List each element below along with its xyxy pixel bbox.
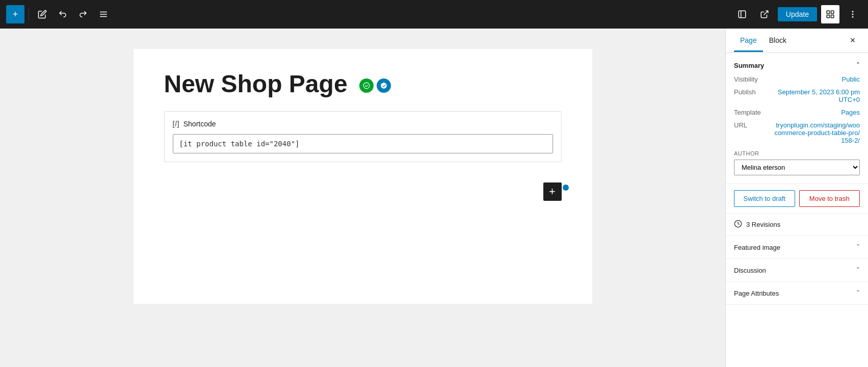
discussion-chevron-icon: ˅: [856, 266, 860, 274]
preview-view-button[interactable]: [733, 5, 751, 23]
tab-block[interactable]: Block: [763, 30, 793, 52]
shortcode-bracket: [/]: [173, 120, 179, 128]
settings-button[interactable]: [821, 5, 839, 23]
featured-image-label: Featured image: [734, 244, 780, 251]
publish-label: Publish: [734, 88, 770, 96]
add-block-below-button[interactable]: +: [543, 182, 562, 201]
summary-section-header: Summary ˄: [734, 61, 860, 69]
publish-value[interactable]: September 5, 2023 6:00 pm UTC+0: [774, 88, 860, 103]
undo-button[interactable]: [54, 5, 72, 23]
author-select[interactable]: Melina eterson: [734, 160, 860, 175]
sidebar: Page Block × Summary ˄ Visibility Public…: [725, 29, 868, 367]
grammarly-icon-1[interactable]: [359, 78, 374, 93]
more-options-button[interactable]: [844, 5, 862, 23]
shortcode-header: [/] Shortcode: [173, 120, 553, 128]
page-attributes-row[interactable]: Page Attributes ˅: [726, 282, 868, 305]
svg-rect-3: [739, 11, 746, 18]
pencil-icon: [38, 10, 47, 19]
svg-rect-8: [831, 15, 834, 18]
main-toolbar: + Update: [0, 0, 868, 29]
summary-section: Summary ˄ Visibility Public Publish Sept…: [726, 53, 868, 184]
visibility-label: Visibility: [734, 75, 770, 83]
external-link-icon: [760, 10, 769, 19]
toolbar-right: Update: [733, 5, 862, 23]
featured-image-row[interactable]: Featured image ˅: [726, 236, 868, 259]
template-value[interactable]: Pages: [841, 109, 860, 116]
discussion-row[interactable]: Discussion ˅: [726, 259, 868, 282]
view-icon: [738, 10, 747, 19]
main-layout: New Shop Page [/] Shortcode: [0, 29, 868, 367]
move-to-trash-button[interactable]: Move to trash: [799, 190, 860, 207]
visibility-value[interactable]: Public: [842, 75, 860, 83]
svg-line-5: [764, 11, 768, 15]
document-overview-button[interactable]: [94, 5, 113, 23]
url-row: URL tryonplugin.com/staging/woocommerce-…: [734, 121, 860, 144]
svg-point-12: [852, 17, 853, 18]
action-buttons: Switch to draft Move to trash: [726, 184, 868, 214]
template-label: Template: [734, 109, 770, 116]
blue-dot-indicator: [563, 185, 569, 191]
settings-icon: [826, 10, 835, 19]
shortcode-label: Shortcode: [183, 120, 216, 128]
svg-rect-9: [827, 15, 829, 18]
publish-row: Publish September 5, 2023 6:00 pm UTC+0: [734, 88, 860, 103]
page-attributes-label: Page Attributes: [734, 290, 779, 297]
revisions-row[interactable]: 3 Revisions: [726, 214, 868, 236]
summary-title: Summary: [734, 62, 764, 69]
revisions-clock-icon: [734, 220, 742, 229]
page-title: New Shop Page: [164, 69, 562, 99]
more-icon: [848, 10, 857, 19]
url-label: URL: [734, 121, 770, 129]
add-block-button[interactable]: +: [6, 5, 24, 23]
svg-rect-6: [827, 11, 829, 13]
sidebar-header: Page Block ×: [726, 29, 868, 53]
title-icons: [359, 78, 391, 93]
redo-button[interactable]: [74, 5, 92, 23]
menu-icon: [99, 10, 108, 19]
summary-toggle-button[interactable]: ˄: [856, 61, 860, 69]
tools-button[interactable]: [33, 5, 51, 23]
shortcode-input[interactable]: [173, 134, 553, 153]
plus-icon: +: [13, 9, 18, 20]
sidebar-close-button[interactable]: ×: [846, 34, 860, 48]
toolbar-divider-1: [29, 8, 29, 20]
switch-to-draft-button[interactable]: Switch to draft: [734, 190, 795, 207]
page-attributes-chevron-icon: ˅: [856, 289, 860, 297]
redo-icon: [78, 10, 88, 19]
svg-rect-7: [831, 11, 834, 13]
discussion-label: Discussion: [734, 267, 766, 274]
chevron-up-icon: ˄: [856, 61, 860, 69]
editor-area: New Shop Page [/] Shortcode: [0, 29, 725, 367]
editor-content: New Shop Page [/] Shortcode: [134, 49, 592, 304]
page-title-text: New Shop Page: [164, 70, 348, 97]
external-link-button[interactable]: [755, 5, 774, 23]
template-row: Template Pages: [734, 109, 860, 116]
author-section: AUTHOR Melina eterson: [734, 150, 860, 175]
url-value[interactable]: tryonplugin.com/staging/woocommerce-prod…: [774, 121, 860, 144]
svg-point-10: [852, 11, 853, 12]
visibility-row: Visibility Public: [734, 75, 860, 83]
grammarly-icon-2[interactable]: [377, 78, 391, 93]
shortcode-block: [/] Shortcode: [164, 111, 562, 162]
update-button[interactable]: Update: [778, 7, 817, 21]
undo-icon: [58, 10, 67, 19]
plus-icon-2: +: [549, 185, 556, 198]
author-label: AUTHOR: [734, 150, 860, 156]
tab-page[interactable]: Page: [734, 30, 763, 52]
revisions-text: 3 Revisions: [746, 221, 780, 228]
svg-point-13: [363, 83, 370, 89]
svg-point-11: [852, 14, 853, 15]
featured-image-chevron-icon: ˅: [856, 243, 860, 251]
